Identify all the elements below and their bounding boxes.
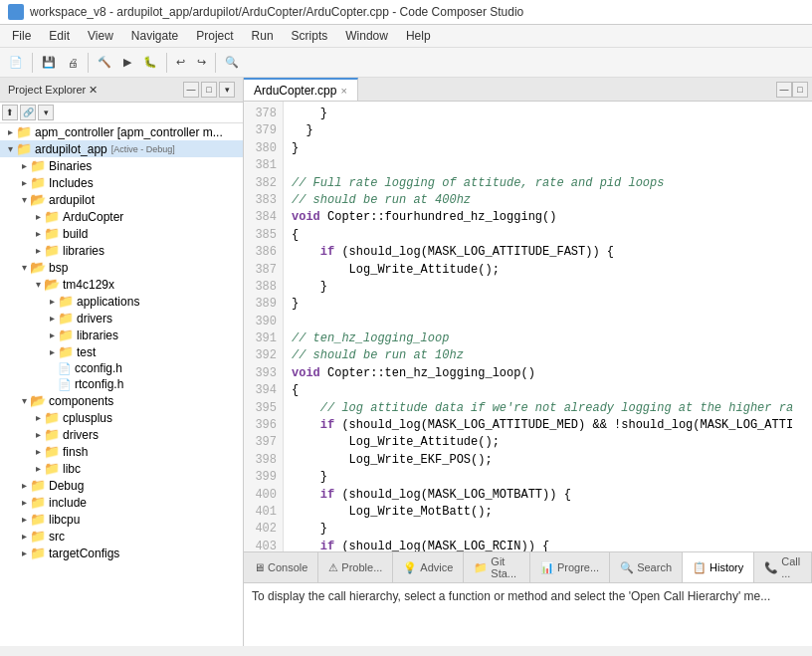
bottom-tab-label-problems: Proble...: [341, 561, 382, 573]
toolbar-redo[interactable]: ↪: [192, 53, 211, 72]
toolbar-new[interactable]: 📄: [4, 53, 28, 72]
editor-tabs: ArduCopter.cpp × — □: [244, 78, 812, 102]
tree-label-ardupilot: ardupilot: [49, 193, 95, 207]
tree-arrow-libraries2: ▸: [46, 329, 58, 340]
tree-arrow-libcpu: ▸: [18, 514, 30, 525]
toolbar-debug[interactable]: 🐛: [138, 53, 162, 72]
menu-item-scripts[interactable]: Scripts: [284, 27, 336, 45]
sidebar-maximize[interactable]: □: [201, 82, 217, 98]
code-line-391: // ten_hz_logging_loop: [292, 330, 804, 347]
menu-item-edit[interactable]: Edit: [41, 27, 78, 45]
menu-item-file[interactable]: File: [4, 27, 39, 45]
tab-spacer: [358, 78, 772, 101]
menu-item-view[interactable]: View: [80, 27, 121, 45]
sidebar-item-libcpu[interactable]: ▸📁libcpu: [0, 511, 243, 528]
toolbar-build[interactable]: 🔨: [93, 53, 116, 72]
sidebar-item-build[interactable]: ▸📁build: [0, 225, 243, 242]
sidebar-item-test[interactable]: ▸📁test: [0, 343, 243, 360]
line-number-397: 397: [250, 434, 277, 451]
line-number-384: 384: [250, 209, 277, 226]
sidebar-item-ardupilot[interactable]: ▾📂ardupilot: [0, 191, 243, 208]
bottom-panel: 🖥Console⚠Proble...💡Advice📁Git Sta...📊Pro…: [244, 551, 812, 646]
code-editor[interactable]: 3783793803813823833843853863873883893903…: [244, 102, 812, 551]
bottom-tab-console[interactable]: 🖥Console: [244, 552, 318, 582]
sidebar-item-components[interactable]: ▾📂components: [0, 392, 243, 409]
editor-minimize[interactable]: —: [776, 82, 792, 98]
sidebar-item-bsp[interactable]: ▾📂bsp: [0, 259, 243, 276]
tree-arrow-components: ▾: [18, 395, 30, 406]
toolbar-print[interactable]: 🖨: [63, 54, 84, 72]
folder-icon-drivers2: 📁: [44, 427, 60, 442]
toolbar-save[interactable]: 💾: [37, 53, 61, 72]
line-number-383: 383: [250, 192, 277, 209]
project-icon-apm_controller: 📁: [16, 124, 32, 139]
bottom-tab-search[interactable]: 🔍Search: [610, 552, 683, 582]
sidebar-item-drivers[interactable]: ▸📁drivers: [0, 310, 243, 327]
tree-label-binaries: Binaries: [49, 159, 92, 173]
sidebar-item-debug[interactable]: ▸📁Debug: [0, 477, 243, 494]
sidebar-item-libc[interactable]: ▸📁libc: [0, 460, 243, 477]
folder-icon-components: 📂: [30, 393, 46, 408]
tree-label-applications: applications: [77, 295, 139, 309]
bottom-tab-label-history: History: [710, 561, 743, 573]
tab-arducopter[interactable]: ArduCopter.cpp ×: [244, 78, 358, 101]
menu-item-navigate[interactable]: Navigate: [123, 27, 186, 45]
code-line-397: Log_Write_Attitude();: [292, 434, 804, 451]
bottom-tab-problems[interactable]: ⚠Proble...: [318, 552, 393, 582]
line-number-393: 393: [250, 365, 277, 382]
tree-label-build: build: [63, 227, 88, 241]
editor-area: ArduCopter.cpp × — □ 3783793803813823833…: [244, 78, 812, 646]
bottom-tab-label-search: Search: [637, 561, 672, 573]
sidebar-item-include[interactable]: ▸📁include: [0, 494, 243, 511]
sidebar-item-rtconfig[interactable]: 📄rtconfig.h: [0, 376, 243, 392]
sidebar-item-ardupilot_app[interactable]: ▾📁ardupilot_app[Active - Debug]: [0, 140, 243, 157]
line-number-379: 379: [250, 122, 277, 139]
sidebar-menu[interactable]: ▾: [219, 82, 235, 98]
menu-item-help[interactable]: Help: [398, 27, 439, 45]
menu-item-run[interactable]: Run: [244, 27, 282, 45]
sidebar-item-includes[interactable]: ▸📁Includes: [0, 174, 243, 191]
sidebar-minimize[interactable]: —: [183, 82, 199, 98]
sidebar-item-binaries[interactable]: ▸📁Binaries: [0, 157, 243, 174]
bottom-tab-progress[interactable]: 📊Progre...: [530, 552, 610, 582]
sidebar-item-libraries[interactable]: ▸📁libraries: [0, 242, 243, 259]
sidebar-item-cplusplus[interactable]: ▸📁cplusplus: [0, 409, 243, 426]
tree-arrow-cplusplus: ▸: [32, 412, 44, 423]
tree-label-arducopter: ArduCopter: [63, 210, 123, 224]
sidebar-item-apm_controller[interactable]: ▸📁apm_controller [apm_controller m...: [0, 123, 243, 140]
sidebar-item-arducopter[interactable]: ▸📁ArduCopter: [0, 208, 243, 225]
sidebar-menu2[interactable]: ▾: [38, 105, 54, 120]
sidebar-item-applications[interactable]: ▸📁applications: [0, 293, 243, 310]
editor-maximize[interactable]: □: [792, 82, 808, 98]
sidebar-item-finsh[interactable]: ▸📁finsh: [0, 443, 243, 460]
sidebar-item-tm4c129x[interactable]: ▾📂tm4c129x: [0, 276, 243, 293]
sidebar-item-libraries2[interactable]: ▸📁libraries: [0, 327, 243, 343]
bottom-tab-icon-problems: ⚠: [328, 561, 338, 574]
toolbar-run[interactable]: ▶: [118, 53, 136, 72]
bottom-tab-advice[interactable]: 💡Advice: [393, 552, 464, 582]
toolbar-search[interactable]: 🔍: [220, 53, 244, 72]
line-number-398: 398: [250, 452, 277, 469]
tree-arrow-src: ▸: [18, 531, 30, 542]
code-line-381: [292, 157, 804, 174]
sidebar-item-cconfig[interactable]: 📄cconfig.h: [0, 360, 243, 376]
tree-arrow-tm4c129x: ▾: [32, 279, 44, 290]
sidebar-collapse-all[interactable]: ⬆: [2, 105, 18, 120]
tree-arrow-build: ▸: [32, 228, 44, 239]
line-number-403: 403: [250, 539, 277, 551]
tree-arrow-apm_controller: ▸: [4, 126, 16, 137]
sidebar-link-editor[interactable]: 🔗: [20, 105, 36, 120]
tree-arrow-test: ▸: [46, 346, 58, 357]
toolbar-undo[interactable]: ↩: [171, 53, 190, 72]
line-number-401: 401: [250, 504, 277, 521]
menu-item-project[interactable]: Project: [188, 27, 241, 45]
menu-item-window[interactable]: Window: [337, 27, 396, 45]
bottom-tab-history[interactable]: 📋History: [683, 552, 754, 582]
bottom-tab-label-console: Console: [268, 561, 307, 573]
bottom-tab-gitstaging[interactable]: 📁Git Sta...: [464, 552, 530, 582]
tab-arducopter-close[interactable]: ×: [340, 85, 346, 97]
sidebar-item-targetconfigs[interactable]: ▸📁targetConfigs: [0, 545, 243, 561]
sidebar-item-src[interactable]: ▸📁src: [0, 528, 243, 545]
sidebar-item-drivers2[interactable]: ▸📁drivers: [0, 426, 243, 443]
bottom-tab-callhierarchy[interactable]: 📞Call ...: [754, 552, 812, 582]
